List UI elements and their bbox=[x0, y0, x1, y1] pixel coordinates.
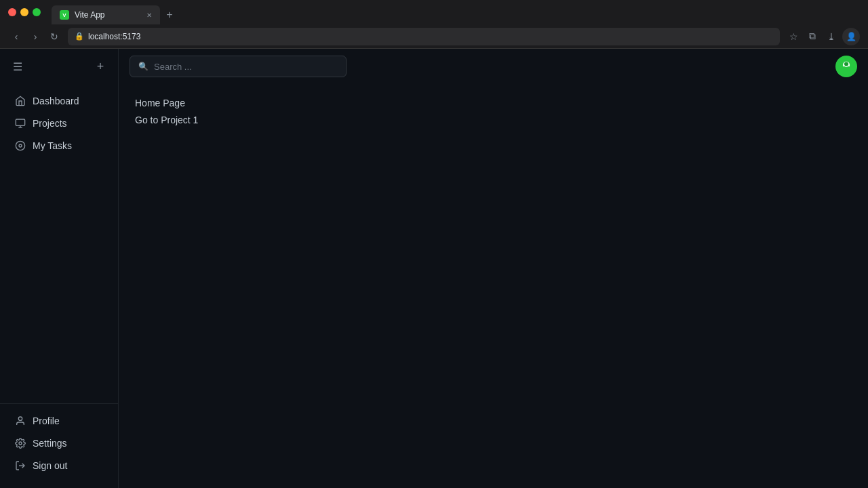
address-bar[interactable]: 🔒 localhost:5173 bbox=[68, 28, 780, 45]
search-bar[interactable]: 🔍 Search ... bbox=[130, 56, 347, 77]
dashboard-icon bbox=[15, 96, 26, 106]
browser-toolbar: ‹ › ↻ 🔒 localhost:5173 ☆ ⧉ ⤓ 👤 bbox=[0, 24, 868, 49]
svg-point-9 bbox=[844, 62, 848, 66]
sidebar-item-my-tasks[interactable]: My Tasks bbox=[4, 135, 114, 157]
sign-out-icon bbox=[15, 460, 26, 471]
svg-point-6 bbox=[19, 442, 22, 445]
browser-profile-avatar[interactable]: 👤 bbox=[842, 28, 860, 45]
svg-point-4 bbox=[19, 144, 22, 147]
bookmark-icon[interactable]: ☆ bbox=[785, 28, 802, 45]
home-page-link[interactable]: Home Page bbox=[135, 95, 852, 112]
settings-icon bbox=[15, 438, 26, 449]
tab-close-button[interactable]: ✕ bbox=[146, 12, 152, 19]
sidebar-header: ☰ + bbox=[0, 49, 118, 84]
sidebar-item-label: My Tasks bbox=[33, 140, 72, 151]
extensions-icon[interactable]: ⧉ bbox=[804, 28, 821, 45]
sidebar-item-profile[interactable]: Profile bbox=[4, 410, 114, 432]
tab-favicon: V bbox=[60, 10, 69, 20]
app-user-avatar[interactable] bbox=[835, 56, 857, 77]
minimize-button[interactable] bbox=[20, 8, 28, 16]
back-button[interactable]: ‹ bbox=[8, 28, 24, 45]
address-text: localhost:5173 bbox=[88, 32, 140, 41]
browser-tabs: V Vite App ✕ + bbox=[52, 0, 179, 24]
sidebar-item-label: Dashboard bbox=[33, 96, 79, 106]
toolbar-actions: ☆ ⧉ ⤓ 👤 bbox=[785, 28, 860, 45]
content-area: Home Page Go to Project 1 bbox=[119, 84, 868, 488]
svg-rect-0 bbox=[16, 119, 24, 125]
menu-toggle-button[interactable]: ☰ bbox=[8, 57, 27, 76]
main-content: 🔍 Search ... Home Page Go to Project 1 bbox=[119, 49, 868, 488]
svg-point-5 bbox=[18, 417, 22, 420]
search-placeholder: Search ... bbox=[154, 62, 192, 72]
sidebar-item-dashboard[interactable]: Dashboard bbox=[4, 90, 114, 112]
projects-icon bbox=[15, 118, 26, 129]
sidebar: ☰ + Dashboard bbox=[0, 49, 119, 488]
main-header: 🔍 Search ... bbox=[119, 49, 868, 84]
sidebar-item-label: Projects bbox=[33, 118, 67, 129]
tab-title: Vite App bbox=[75, 10, 104, 20]
add-item-button[interactable]: + bbox=[91, 57, 110, 76]
profile-icon bbox=[15, 415, 26, 426]
sidebar-item-label: Settings bbox=[33, 438, 67, 449]
maximize-button[interactable] bbox=[33, 8, 41, 16]
sidebar-item-label: Sign out bbox=[33, 460, 67, 471]
traffic-lights bbox=[8, 8, 41, 16]
svg-point-3 bbox=[16, 141, 24, 150]
sidebar-nav: Dashboard Projects bbox=[0, 84, 118, 403]
go-to-project-1-link[interactable]: Go to Project 1 bbox=[135, 112, 852, 129]
browser-tab-active[interactable]: V Vite App ✕ bbox=[52, 5, 160, 24]
downloads-icon[interactable]: ⤓ bbox=[823, 28, 840, 45]
app-container: ☰ + Dashboard bbox=[0, 49, 868, 488]
new-tab-button[interactable]: + bbox=[160, 5, 179, 24]
browser-titlebar: V Vite App ✕ + bbox=[0, 0, 868, 24]
sidebar-footer: Profile Settings bbox=[0, 403, 118, 488]
close-button[interactable] bbox=[8, 8, 16, 16]
sidebar-item-settings[interactable]: Settings bbox=[4, 432, 114, 454]
sidebar-item-label: Profile bbox=[33, 415, 60, 426]
sidebar-item-projects[interactable]: Projects bbox=[4, 113, 114, 134]
nav-buttons: ‹ › ↻ bbox=[8, 28, 62, 45]
browser-chrome: V Vite App ✕ + ‹ › ↻ 🔒 localhost:5173 ☆ … bbox=[0, 0, 868, 49]
forward-button[interactable]: › bbox=[27, 28, 43, 45]
refresh-button[interactable]: ↻ bbox=[46, 28, 62, 45]
my-tasks-icon bbox=[15, 140, 26, 151]
sidebar-item-sign-out[interactable]: Sign out bbox=[4, 455, 114, 476]
search-icon: 🔍 bbox=[138, 62, 149, 71]
lock-icon: 🔒 bbox=[75, 32, 84, 41]
